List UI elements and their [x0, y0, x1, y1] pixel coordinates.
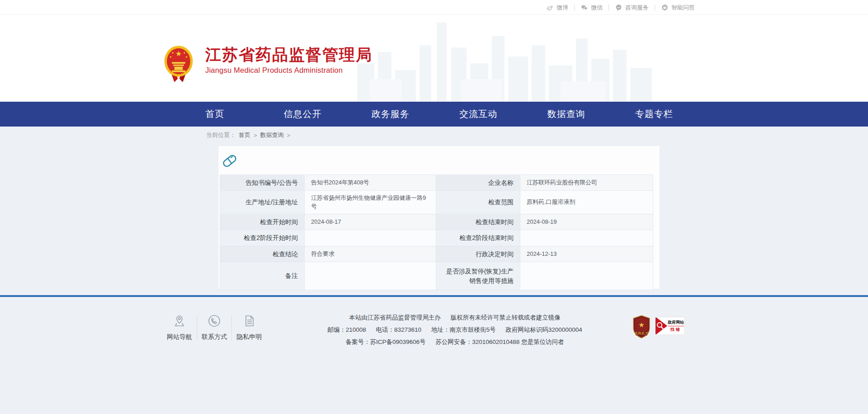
nav-item-interaction[interactable]: 交流互动	[434, 102, 522, 127]
footer-phone: 电话：83273610	[376, 326, 422, 333]
footer-copyright-text: 版权所有未经许可禁止转载或者建立镜像	[451, 314, 561, 321]
inspection-detail-table: 告知书编号/公告号 告知书2024年第408号 企业名称 江苏联环药业股份有限公…	[220, 174, 653, 290]
inspection-scope-label: 检查范围	[436, 191, 520, 214]
table-row: 备注 是否涉及暂停(恢复)生产销售使用等措施	[220, 262, 653, 290]
nav-item-data-query[interactable]: 数据查询	[522, 102, 610, 127]
city-skyline-watermark	[348, 20, 665, 102]
wechat-link[interactable]: 微信	[575, 4, 609, 12]
breadcrumb: 当前位置： 首页 > 数据查询 >	[206, 131, 290, 139]
consult-service-icon	[615, 4, 623, 11]
inspection-detail-card: 告知书编号/公告号 告知书2024年第408号 企业名称 江苏联环药业股份有限公…	[218, 146, 660, 289]
company-name-label: 企业名称	[436, 175, 520, 191]
suspension-measures-value	[520, 262, 653, 290]
footer-info-line1: 本站由江苏省药品监督管理局主办 版权所有未经许可禁止转载或者建立镜像	[291, 311, 619, 324]
site-map-link[interactable]: 网站导航	[165, 314, 194, 341]
footer-site-code: 政府网站标识码3200000004	[505, 326, 582, 333]
svg-text:★: ★	[183, 51, 186, 54]
weibo-icon	[546, 4, 554, 11]
phase2-start-label: 检查2阶段开始时间	[220, 230, 305, 246]
capsule-icon	[221, 153, 238, 169]
footer-info: 本站由江苏省药品监督管理局主办 版权所有未经许可禁止转载或者建立镜像 邮编：21…	[291, 311, 619, 348]
site-logo[interactable]: ★ ★ ★ ★ ★ 江苏省药品监督管理局 Jiangsu Medical Pro…	[162, 43, 373, 85]
table-row: 告知书编号/公告号 告知书2024年第408号 企业名称 江苏联环药业股份有限公…	[220, 175, 653, 191]
inspection-end-label: 检查结束时间	[436, 214, 520, 230]
production-address-value: 江苏省扬州市扬州生物健康产业园健康一路9号	[305, 191, 436, 214]
error-badge-magnifier-icon	[656, 317, 667, 335]
top-utility-bar: 微博 微信	[0, 0, 868, 15]
table-row: 生产地址/注册地址 江苏省扬州市扬州生物健康产业园健康一路9号 检查范围 原料药…	[220, 191, 653, 214]
footer-address: 地址：南京市鼓楼街5号	[431, 326, 496, 333]
page: 微博 微信	[0, 0, 868, 414]
inspection-start-value: 2024-08-17	[305, 214, 436, 230]
admin-decision-date-label: 行政决定时间	[436, 246, 520, 262]
svg-text:党政机关: 党政机关	[635, 331, 649, 335]
nav-item-home[interactable]: 首页	[171, 102, 259, 127]
footer-host-text: 本站由江苏省药品监督管理局主办	[349, 314, 441, 321]
smart-qa-link[interactable]: 智能问答	[655, 4, 701, 12]
table-row: 检查2阶段开始时间 检查2阶段结束时间	[220, 230, 653, 246]
error-badge-text: 政府网站 找错	[667, 320, 684, 333]
privacy-label: 隐私申明	[236, 333, 262, 341]
phase2-end-value	[520, 230, 653, 246]
privacy-link[interactable]: 隐私申明	[235, 314, 264, 341]
main-content: 当前位置： 首页 > 数据查询 > 告知书编号/公告号 告知书2024年第408…	[0, 127, 868, 295]
smart-qa-label: 智能问答	[671, 4, 695, 12]
footer-link-separator	[197, 315, 197, 340]
privacy-doc-icon	[242, 314, 256, 328]
svg-text:★: ★	[170, 55, 172, 58]
masthead: ★ ★ ★ ★ ★ 江苏省药品监督管理局 Jiangsu Medical Pro…	[0, 15, 868, 102]
national-emblem-icon: ★ ★ ★ ★ ★	[162, 43, 195, 85]
error-badge-line1: 政府网站	[668, 320, 684, 326]
phone-icon	[208, 314, 221, 328]
site-subtitle: Jiangsu Medical Products Administration	[205, 66, 373, 75]
svg-text:★: ★	[638, 321, 644, 329]
site-title: 江苏省药品监督管理局	[205, 46, 373, 64]
remarks-label: 备注	[220, 262, 305, 290]
breadcrumb-prefix: 当前位置：	[206, 131, 236, 139]
remarks-value	[305, 262, 436, 290]
inspection-conclusion-value: 符合要求	[305, 246, 436, 262]
company-name-value: 江苏联环药业股份有限公司	[520, 175, 653, 191]
admin-decision-date-value: 2024-12-13	[520, 246, 653, 262]
footer-icp-number: 备案号：苏ICP备09039606号	[345, 339, 425, 345]
wechat-icon	[580, 4, 588, 11]
contact-link[interactable]: 联系方式	[200, 314, 229, 341]
inspection-conclusion-label: 检查结论	[220, 246, 305, 262]
svg-text:★: ★	[185, 55, 188, 58]
nav-item-info-disclosure[interactable]: 信息公开	[259, 102, 346, 127]
inspection-scope-value: 原料药,口服溶液剂	[520, 191, 653, 214]
svg-text:★: ★	[171, 51, 174, 54]
inspection-start-label: 检查开始时间	[220, 214, 305, 230]
nav-item-special-topics[interactable]: 专题专栏	[610, 102, 698, 127]
error-badge-line2: 找错	[670, 327, 681, 333]
primary-nav-items: 首页 信息公开 政务服务 交流互动 数据查询 专题专栏	[171, 102, 698, 127]
smart-qa-icon	[661, 4, 669, 11]
breadcrumb-data-query-link[interactable]: 数据查询	[260, 131, 284, 139]
notice-number-value: 告知书2024年第408号	[305, 175, 436, 191]
footer-badges: ★ 党政机关 政府网站 找错	[632, 315, 685, 339]
party-gov-badge[interactable]: ★ 党政机关	[632, 315, 651, 339]
footer-inner: 网站导航 联系方式	[165, 311, 685, 348]
wechat-label: 微信	[591, 4, 603, 12]
weibo-label: 微博	[557, 4, 568, 12]
weibo-link[interactable]: 微博	[540, 4, 574, 12]
nav-item-gov-services[interactable]: 政务服务	[347, 102, 434, 127]
footer-links: 网站导航 联系方式	[165, 314, 264, 341]
breadcrumb-separator: >	[254, 132, 257, 139]
footer-link-separator	[231, 315, 232, 340]
footer: 网站导航 联系方式	[0, 297, 868, 414]
production-address-label: 生产地址/注册地址	[220, 191, 305, 214]
gov-site-error-badge[interactable]: 政府网站 找错	[655, 317, 685, 335]
breadcrumb-home-link[interactable]: 首页	[239, 131, 250, 139]
breadcrumb-separator: >	[287, 132, 291, 139]
footer-info-line2: 邮编：210008 电话：83273610 地址：南京市鼓楼街5号 政府网站标识…	[291, 324, 619, 336]
phase2-end-label: 检查2阶段结束时间	[436, 230, 520, 246]
footer-police-number: 苏公网安备：32010602010488 您是第位访问者	[435, 339, 564, 345]
consult-service-label: 咨询服务	[625, 4, 649, 12]
primary-nav: 首页 信息公开 政务服务 交流互动 数据查询 专题专栏	[0, 102, 868, 127]
svg-text:★: ★	[175, 50, 182, 57]
notice-number-label: 告知书编号/公告号	[220, 175, 305, 191]
footer-postcode: 邮编：210008	[327, 326, 366, 333]
top-utility-items: 微博 微信	[540, 0, 701, 15]
consult-service-link[interactable]: 咨询服务	[609, 4, 655, 12]
